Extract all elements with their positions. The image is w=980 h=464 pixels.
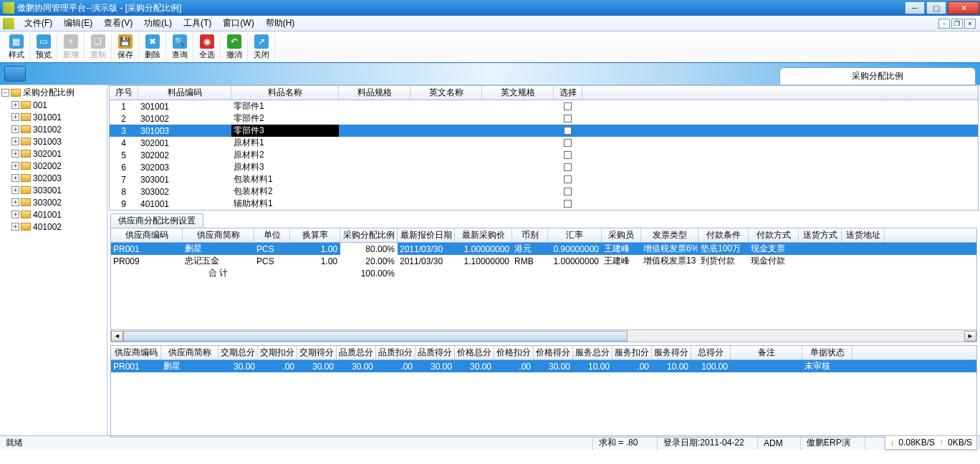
table-row[interactable]: PR001删星PCS1.0080.00%2011/03/301.00000000…	[111, 243, 976, 255]
menu-item[interactable]: 窗口(W)	[217, 16, 259, 31]
close-button[interactable]: ✕	[948, 1, 979, 14]
column-header[interactable]: 品质总分	[337, 346, 376, 359]
table-row[interactable]: 6302003原材料3	[110, 161, 978, 173]
tree-expand-icon[interactable]: +	[11, 125, 19, 133]
tree-node[interactable]: +303002	[1, 196, 105, 208]
column-header[interactable]: 交期得分	[297, 346, 337, 359]
tree-node[interactable]: +302001	[1, 148, 105, 160]
column-header[interactable]: 备注	[731, 346, 802, 359]
tree-expand-icon[interactable]: +	[11, 223, 19, 231]
column-header[interactable]: 服务总分	[573, 346, 612, 359]
menu-item[interactable]: 查看(V)	[98, 16, 138, 31]
column-header[interactable]: 送货方式	[799, 228, 842, 242]
table-row[interactable]: PR001删星30.00.0030.0030.00.0030.0030.00.0…	[111, 360, 976, 372]
column-header[interactable]: 供应商编码	[111, 228, 183, 242]
column-header[interactable]: 交期总分	[218, 346, 258, 359]
column-header[interactable]: 价格总分	[455, 346, 494, 359]
row-checkbox[interactable]	[564, 139, 572, 147]
column-header[interactable]: 英文名称	[410, 86, 482, 100]
menu-item[interactable]: 功能(L)	[138, 16, 178, 31]
tree-node[interactable]: +401002	[1, 221, 105, 233]
toolbar-撤消-button[interactable]: ↶撤消	[221, 33, 248, 62]
toolbar-预览-button[interactable]: ▭预览	[30, 33, 57, 62]
row-checkbox[interactable]	[564, 127, 572, 135]
menu-item[interactable]: 工具(T)	[178, 16, 217, 31]
tree-expand-icon[interactable]: +	[11, 137, 19, 145]
column-header[interactable]: 采购分配比例	[340, 228, 398, 242]
supplier-grid-hscroll[interactable]: ◄ ►	[111, 329, 976, 342]
column-header[interactable]: 交期扣分	[258, 346, 297, 359]
table-row[interactable]: 8303002包装材料2	[110, 185, 978, 198]
tree-panel[interactable]: − 采购分配比例 +001+301001+301002+301003+30200…	[0, 85, 107, 435]
column-header[interactable]: 供应商简称	[183, 228, 254, 242]
column-header[interactable]: 单位	[254, 228, 290, 242]
row-checkbox[interactable]	[564, 102, 572, 110]
scroll-right-icon[interactable]: ►	[964, 331, 976, 342]
supplier-ratio-grid[interactable]: 供应商编码供应商简称单位换算率采购分配比例最新报价日期最新采购价币别汇率采购员发…	[110, 228, 977, 342]
toolbar-关闭-button[interactable]: ↗关闭	[248, 33, 275, 62]
tree-expand-icon[interactable]: +	[11, 198, 19, 206]
mdi-minimize-button[interactable]: -	[938, 19, 950, 29]
tree-node[interactable]: +301002	[1, 123, 105, 135]
row-checkbox[interactable]	[564, 163, 572, 171]
column-header[interactable]: 价格得分	[534, 346, 573, 359]
toolbar-查询-button[interactable]: 🔍查询	[166, 33, 193, 62]
column-header[interactable]: 最新报价日期	[398, 228, 455, 242]
menu-item[interactable]: 帮助(H)	[260, 16, 301, 31]
tree-expand-icon[interactable]: +	[11, 113, 19, 121]
column-header[interactable]: 料品规格	[339, 86, 410, 100]
row-checkbox[interactable]	[564, 115, 572, 122]
column-header[interactable]: 发票类型	[641, 228, 698, 242]
supplier-ratio-tab[interactable]: 供应商分配比例设置	[110, 213, 203, 228]
table-row[interactable]: PR009忠记五金PCS1.0020.00%2011/03/301.100000…	[111, 255, 976, 267]
column-header[interactable]: 币别	[512, 228, 548, 242]
column-header[interactable]: 换算率	[290, 228, 340, 242]
tree-node[interactable]: +302002	[1, 160, 105, 172]
table-row[interactable]: 5302002原材料2	[110, 149, 978, 161]
table-row[interactable]: 3301003零部件3	[110, 125, 978, 137]
tree-node[interactable]: +302003	[1, 172, 105, 184]
tree-node[interactable]: +303001	[1, 184, 105, 196]
tree-expand-icon[interactable]: +	[11, 101, 19, 109]
column-header[interactable]: 英文规格	[482, 86, 554, 100]
column-header[interactable]: 服务得分	[652, 346, 691, 359]
column-header[interactable]: 总得分	[691, 346, 731, 359]
supplier-score-grid[interactable]: 供应商编码供应商简称交期总分交期扣分交期得分品质总分品质扣分品质得分价格总分价格…	[110, 345, 977, 438]
tree-expand-icon[interactable]: −	[1, 89, 9, 97]
column-header[interactable]: 付款方式	[749, 228, 799, 242]
column-header[interactable]: 价格扣分	[494, 346, 534, 359]
scroll-thumb[interactable]	[123, 331, 628, 342]
table-row[interactable]: 1301001零部件1	[110, 100, 978, 112]
row-checkbox[interactable]	[564, 151, 572, 159]
mdi-restore-button[interactable]: ❐	[951, 19, 963, 29]
toolbar-保存-button[interactable]: 💾保存	[112, 33, 139, 62]
column-header[interactable]: 汇率	[548, 228, 602, 242]
tree-node[interactable]: +001	[1, 99, 105, 111]
column-header[interactable]: 采购员	[602, 228, 641, 242]
table-row[interactable]: 4302001原材料1	[110, 137, 978, 149]
scroll-left-icon[interactable]: ◄	[111, 331, 123, 342]
tree-expand-icon[interactable]: +	[11, 174, 19, 182]
column-header[interactable]: 送货地址	[842, 228, 885, 242]
row-checkbox[interactable]	[564, 175, 572, 183]
toolbar-全选-button[interactable]: ◉全选	[193, 33, 221, 62]
column-header[interactable]: 选择	[554, 86, 582, 100]
toolbar-删除-button[interactable]: ✖删除	[139, 33, 166, 62]
toolbar-样式-button[interactable]: ▦样式	[3, 33, 30, 62]
menu-item[interactable]: 文件(F)	[19, 16, 58, 31]
mdi-close-button[interactable]: ×	[964, 19, 976, 29]
material-grid[interactable]: 序号料品编码料品名称料品规格英文名称英文规格选择 1301001零部件12301…	[109, 85, 979, 211]
tree-expand-icon[interactable]: +	[11, 150, 19, 158]
menu-item[interactable]: 编辑(E)	[58, 16, 98, 31]
column-header[interactable]: 料品编码	[138, 86, 231, 100]
table-row[interactable]: 7303001包装材料1	[110, 173, 978, 185]
minimize-button[interactable]: ─	[905, 1, 925, 14]
tree-expand-icon[interactable]: +	[11, 211, 19, 218]
maximize-button[interactable]: ▢	[926, 1, 946, 14]
column-header[interactable]: 服务扣分	[612, 346, 652, 359]
table-row[interactable]: 9401001辅助材料1	[110, 198, 978, 210]
row-checkbox[interactable]	[564, 200, 572, 208]
column-header[interactable]: 付款条件	[698, 228, 749, 242]
tree-node[interactable]: +301001	[1, 111, 105, 123]
column-header[interactable]: 供应商简称	[161, 346, 218, 359]
